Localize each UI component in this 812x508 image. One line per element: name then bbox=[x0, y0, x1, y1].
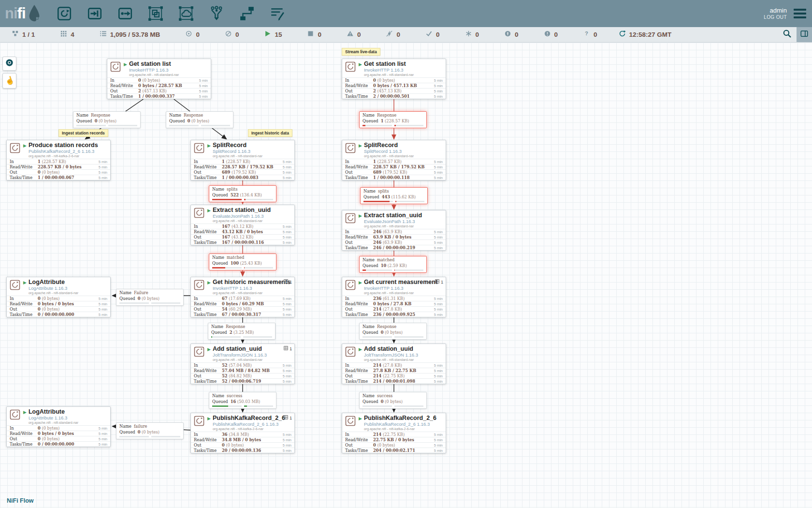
processor-type-icon bbox=[345, 279, 356, 291]
processor-bundle: org.apache.nifi - nifi-standard-nar bbox=[213, 154, 262, 158]
label-tool-icon[interactable] bbox=[269, 5, 286, 22]
connection-matched-6[interactable]: Namematched Queued10 (2.59 KB) bbox=[359, 256, 427, 273]
stat-row-in: In 1 (228.57 KB) 5 min bbox=[7, 159, 110, 164]
processor-publishkafkarecord-2-6[interactable]: ▶ PublishKafkaRecord_2_6 PublishKafkaRec… bbox=[342, 413, 446, 453]
processor-get-station-list[interactable]: ▶ Get station list InvokeHTTP 1.16.3 org… bbox=[107, 59, 211, 99]
status-up-to-date: 0 bbox=[425, 30, 440, 39]
queue-progress bbox=[360, 335, 426, 339]
disabled-icon bbox=[386, 30, 393, 39]
running-icon bbox=[264, 30, 271, 39]
transmitting-icon bbox=[185, 30, 192, 39]
processor-name: PublishKafkaRecord_2_6 bbox=[364, 415, 436, 421]
search-button[interactable] bbox=[777, 27, 797, 42]
processor-type-icon bbox=[110, 61, 121, 73]
stat-row-in: In 167 (43.12 KB) 5 min bbox=[191, 224, 294, 229]
active-threads-badge: 1 bbox=[284, 279, 292, 284]
status-invalid: 0 bbox=[347, 30, 361, 39]
processor-type: SplitRecord 1.16.3 bbox=[364, 149, 414, 154]
stat-row-read-write: Read/Write 22.75 KB / 0 bytes 5 min bbox=[342, 437, 446, 442]
settings-panel-button[interactable] bbox=[797, 27, 812, 42]
global-menu-button[interactable] bbox=[794, 9, 806, 18]
refresh-icon[interactable] bbox=[619, 30, 626, 39]
logo-text-ni: ni bbox=[5, 5, 17, 22]
running-status-icon: ▶ bbox=[124, 62, 127, 75]
processor-type: JoltTransformJSON 1.16.3 bbox=[213, 353, 267, 358]
connection-failure-7[interactable]: NameFailure Queued0 (0 bytes) bbox=[116, 289, 184, 306]
connection-splits-4[interactable]: Namesplits Queued443 (115.62 KB) bbox=[360, 187, 428, 204]
processor-type-icon bbox=[345, 212, 356, 224]
connection-response-9[interactable]: NameResponse Queued0 (0 bytes) bbox=[359, 323, 427, 340]
processor-type-icon bbox=[345, 415, 356, 427]
processor-publishkafkarecord-2-6[interactable]: ▶ PublishKafkaRecord_2_6 PublishKafkaRec… bbox=[190, 413, 295, 453]
processor-type: PublishKafkaRecord_2_6 1.16.3 bbox=[213, 422, 285, 427]
processor-type-icon bbox=[9, 142, 21, 154]
logo-text-fi: fi bbox=[17, 5, 26, 22]
connection-response-0[interactable]: NameResponse Queued0 (0 bytes) bbox=[73, 111, 141, 128]
active-threads-badge: 1 bbox=[284, 346, 292, 351]
navigate-palette-button[interactable] bbox=[2, 57, 16, 71]
stat-row-out: Out 2 (457.13 KB) 5 min bbox=[342, 88, 446, 93]
connection-success-11[interactable]: Namesuccess Queued0 (0 bytes) bbox=[359, 392, 427, 409]
label-ingest-station-records[interactable]: Ingest station records bbox=[58, 129, 108, 137]
processor-logattribute[interactable]: ▶ LogAttribute LogAttribute 1.16.3 org.a… bbox=[6, 406, 111, 447]
stat-row-out: Out 2 (457.13 KB) 5 min bbox=[107, 88, 211, 93]
breadcrumb[interactable]: NiFi Flow bbox=[7, 497, 34, 504]
threads-icon bbox=[284, 415, 288, 420]
template-tool-icon[interactable] bbox=[239, 5, 255, 22]
label-ingest-historic-data[interactable]: Ingest historic data bbox=[248, 129, 292, 137]
processor-splitrecord[interactable]: ▶ SplitRecord SplitRecord 1.16.3 org.apa… bbox=[190, 140, 295, 180]
label-stream-live-data[interactable]: Stream live-data bbox=[342, 48, 380, 56]
operate-hand-button[interactable]: ☝ bbox=[2, 73, 16, 89]
flow-canvas[interactable]: ☝ NiFi Flow Stream live-dataIngest stati… bbox=[0, 43, 812, 508]
search-icon bbox=[783, 29, 792, 40]
processor-splitrecord[interactable]: ▶ SplitRecord SplitRecord 1.16.3 org.apa… bbox=[342, 140, 446, 180]
connection-success-10[interactable]: Namesuccess Queued16 (50.03 MB) bbox=[209, 392, 276, 409]
queue-progress bbox=[116, 301, 183, 305]
processor-get-current-measurement[interactable]: ▶ Get current measurement InvokeHTTP 1.1… bbox=[342, 277, 446, 317]
status-stopped: 0 bbox=[307, 30, 321, 39]
processor-tool-icon[interactable] bbox=[56, 5, 72, 22]
running-status-icon: ▶ bbox=[207, 144, 211, 157]
processor-produce-station-records[interactable]: ▶ Produce station records PublishKafkaRe… bbox=[6, 140, 111, 180]
processor-name: Get station list bbox=[129, 61, 179, 67]
status-transmitting: 0 bbox=[185, 30, 200, 39]
stat-row-tasks-time: Tasks/Time 1 / 00:00:00.118 5 min bbox=[342, 175, 446, 180]
input-port-tool-icon[interactable] bbox=[87, 5, 103, 22]
processor-logattribute[interactable]: ▶ LogAttribute LogAttribute 1.16.3 org.a… bbox=[6, 277, 111, 317]
connection-response-1[interactable]: NameResponse Queued0 (0 bytes) bbox=[166, 111, 233, 128]
stat-row-tasks-time: Tasks/Time 167 / 00:00:00.116 5 min bbox=[191, 239, 294, 245]
cluster-icon bbox=[12, 30, 19, 39]
active-threads-badge: 1 bbox=[284, 415, 292, 420]
running-status-icon: ▶ bbox=[359, 144, 362, 157]
connection-matched-5[interactable]: Namematched Queued100 (25.43 KB) bbox=[209, 254, 276, 270]
remote-process-group-tool-icon[interactable] bbox=[178, 5, 194, 22]
output-port-tool-icon[interactable] bbox=[117, 5, 133, 22]
processor-extract-station-uuid[interactable]: ▶ Extract station_uuid EvaluateJsonPath … bbox=[190, 205, 295, 245]
status-queued: 1,095 / 53.78 MB bbox=[100, 30, 160, 39]
stat-row-in: In 0 (0 bytes) 5 min bbox=[107, 77, 211, 83]
threads-icon bbox=[284, 279, 288, 284]
stat-row-read-write: Read/Write 63.9 KB / 0 bytes 5 min bbox=[342, 234, 446, 239]
status-disabled: 0 bbox=[386, 30, 400, 39]
processor-extract-station-uuid[interactable]: ▶ Extract station_uuid EvaluateJsonPath … bbox=[342, 210, 446, 251]
funnel-tool-icon[interactable] bbox=[208, 5, 225, 22]
processor-name: Get historic measurements bbox=[213, 279, 290, 285]
queue-progress bbox=[116, 435, 183, 439]
hand-cursor-icon: ☝ bbox=[4, 75, 15, 86]
stat-row-in: In 52 (57.04 MB) 5 min bbox=[191, 362, 294, 368]
processor-get-historic-measurements[interactable]: ▶ Get historic measurements InvokeHTTP 1… bbox=[190, 277, 295, 317]
connection-response-8[interactable]: NameResponse Queued2 (3.25 MB) bbox=[208, 323, 276, 340]
processor-get-station-list[interactable]: ▶ Get station list InvokeHTTP 1.16.3 org… bbox=[342, 59, 446, 99]
connection-response-2[interactable]: NameResponse Queued1 (228.57 KB) bbox=[359, 111, 427, 128]
queue-progress bbox=[73, 124, 140, 128]
process-group-tool-icon[interactable] bbox=[147, 5, 164, 22]
connection-splits-3[interactable]: Namesplits Queued522 (136.4 KB) bbox=[209, 185, 276, 202]
processor-add-station-uuid[interactable]: ▶ Add station_uuid JoltTransformJSON 1.1… bbox=[190, 344, 295, 384]
processor-add-station-uuid[interactable]: ▶ Add station_uuid JoltTransformJSON 1.1… bbox=[342, 344, 446, 384]
queue-progress bbox=[360, 404, 426, 408]
stat-row-in: In 214 (22.75 KB) 5 min bbox=[342, 432, 446, 437]
stat-row-out: Out 246 (63.9 KB) 5 min bbox=[342, 239, 446, 245]
connection-failure-12[interactable]: Namefailure Queued0 (0 bytes) bbox=[116, 422, 184, 439]
logout-link[interactable]: LOG OUT bbox=[764, 15, 787, 21]
locally-modified-stale-icon bbox=[544, 30, 551, 39]
